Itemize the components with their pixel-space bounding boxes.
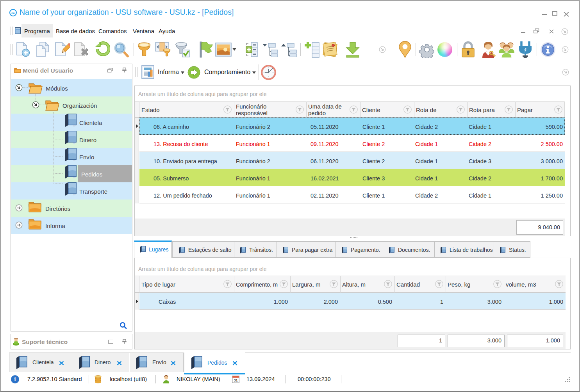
- svg-text:31: 31: [234, 378, 237, 382]
